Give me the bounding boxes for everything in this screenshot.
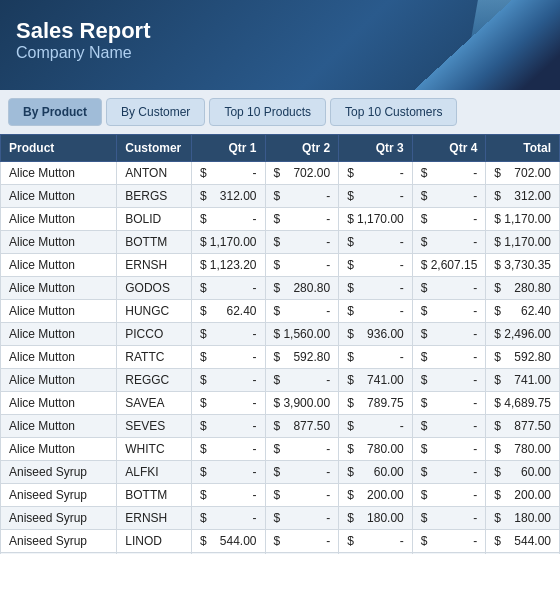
cell-money: $ -	[265, 530, 339, 553]
cell-customer: ERNSH	[117, 254, 192, 277]
cell-product: Alice Mutton	[1, 323, 117, 346]
cell-money: $280.80	[486, 277, 560, 300]
cell-product: Alice Mutton	[1, 438, 117, 461]
cell-money: $ -	[339, 300, 413, 323]
cell-customer: PICCO	[117, 323, 192, 346]
table-row: Alice MuttonSEVES$ -$877.50$ -$ -$877.50	[1, 415, 560, 438]
table-row: Alice MuttonREGGC$ -$ -$741.00$ -$741.00	[1, 369, 560, 392]
cell-money: $741.00	[339, 369, 413, 392]
cell-money: $877.50	[265, 415, 339, 438]
cell-customer: ALFKI	[117, 461, 192, 484]
table-row: Aniseed SyrupBOTTM$ -$ -$200.00$ -$200.0…	[1, 484, 560, 507]
cell-product: Alice Mutton	[1, 254, 117, 277]
cell-money: $ -	[265, 300, 339, 323]
cell-product: Alice Mutton	[1, 300, 117, 323]
table-row: Aniseed SyrupLINOD$544.00$ -$ -$ -$544.0…	[1, 530, 560, 553]
col-header-customer: Customer	[117, 135, 192, 162]
cell-money: $ -	[265, 507, 339, 530]
col-header-qtr1: Qtr 1	[191, 135, 265, 162]
cell-money: $ -	[339, 553, 413, 555]
cell-money: $1,560.00	[265, 323, 339, 346]
cell-money: $ -	[339, 254, 413, 277]
cell-money: $600.00	[265, 553, 339, 555]
cell-money: $ -	[191, 323, 265, 346]
cell-money: $592.80	[486, 346, 560, 369]
cell-money: $ -	[412, 438, 486, 461]
table-row: Alice MuttonSAVEA$ -$3,900.00$789.75$ -$…	[1, 392, 560, 415]
cell-money: $544.00	[191, 530, 265, 553]
cell-customer: QUICK	[117, 553, 192, 555]
table-row: Alice MuttonERNSH$1,123.20$ -$ -$2,607.1…	[1, 254, 560, 277]
tab-top10-customers[interactable]: Top 10 Customers	[330, 98, 457, 126]
table-row: Aniseed SyrupQUICK$ -$600.00$ -$ -$600.0…	[1, 553, 560, 555]
cell-customer: GODOS	[117, 277, 192, 300]
table-row: Alice MuttonANTON$ -$702.00$ -$ -$702.00	[1, 162, 560, 185]
cell-money: $1,170.00	[191, 231, 265, 254]
cell-money: $ -	[412, 185, 486, 208]
cell-money: $60.00	[339, 461, 413, 484]
cell-money: $200.00	[486, 484, 560, 507]
cell-money: $ -	[412, 484, 486, 507]
cell-money: $ -	[191, 461, 265, 484]
col-header-qtr4: Qtr 4	[412, 135, 486, 162]
cell-money: $ -	[191, 208, 265, 231]
cell-money: $ -	[412, 277, 486, 300]
cell-customer: SEVES	[117, 415, 192, 438]
cell-product: Alice Mutton	[1, 231, 117, 254]
col-header-total: Total	[486, 135, 560, 162]
sales-table: Product Customer Qtr 1 Qtr 2 Qtr 3 Qtr 4…	[0, 134, 560, 554]
cell-money: $702.00	[265, 162, 339, 185]
tab-by-product[interactable]: By Product	[8, 98, 102, 126]
tabs-bar: By Product By Customer Top 10 Products T…	[0, 90, 560, 134]
cell-money: $780.00	[486, 438, 560, 461]
cell-product: Aniseed Syrup	[1, 553, 117, 555]
cell-product: Alice Mutton	[1, 415, 117, 438]
cell-money: $ -	[339, 162, 413, 185]
cell-money: $ -	[265, 438, 339, 461]
cell-product: Aniseed Syrup	[1, 530, 117, 553]
cell-money: $1,123.20	[191, 254, 265, 277]
table-row: Alice MuttonGODOS$ -$280.80$ -$ -$280.80	[1, 277, 560, 300]
cell-money: $600.00	[486, 553, 560, 555]
cell-product: Aniseed Syrup	[1, 461, 117, 484]
table-row: Alice MuttonBOLID$ -$ -$1,170.00$ -$1,17…	[1, 208, 560, 231]
cell-customer: RATTC	[117, 346, 192, 369]
cell-money: $3,730.35	[486, 254, 560, 277]
cell-money: $ -	[339, 231, 413, 254]
tab-by-customer[interactable]: By Customer	[106, 98, 205, 126]
cell-product: Alice Mutton	[1, 208, 117, 231]
cell-money: $ -	[339, 530, 413, 553]
cell-money: $1,170.00	[339, 208, 413, 231]
cell-customer: BOLID	[117, 208, 192, 231]
cell-money: $2,607.15	[412, 254, 486, 277]
cell-customer: ANTON	[117, 162, 192, 185]
cell-customer: ERNSH	[117, 507, 192, 530]
cell-money: $62.40	[486, 300, 560, 323]
cell-customer: SAVEA	[117, 392, 192, 415]
cell-money: $592.80	[265, 346, 339, 369]
cell-money: $ -	[412, 231, 486, 254]
cell-product: Alice Mutton	[1, 392, 117, 415]
cell-money: $60.00	[486, 461, 560, 484]
table-row: Alice MuttonRATTC$ -$592.80$ -$ -$592.80	[1, 346, 560, 369]
cell-product: Alice Mutton	[1, 162, 117, 185]
cell-money: $ -	[339, 277, 413, 300]
cell-money: $544.00	[486, 530, 560, 553]
cell-product: Aniseed Syrup	[1, 507, 117, 530]
cell-money: $ -	[265, 208, 339, 231]
cell-money: $ -	[412, 300, 486, 323]
cell-money: $4,689.75	[486, 392, 560, 415]
cell-product: Alice Mutton	[1, 185, 117, 208]
header: Sales Report Company Name	[0, 0, 560, 90]
cell-money: $ -	[412, 323, 486, 346]
table-row: Aniseed SyrupERNSH$ -$ -$180.00$ -$180.0…	[1, 507, 560, 530]
cell-money: $741.00	[486, 369, 560, 392]
col-header-product: Product	[1, 135, 117, 162]
cell-money: $1,170.00	[486, 231, 560, 254]
tab-top10-products[interactable]: Top 10 Products	[209, 98, 326, 126]
cell-money: $ -	[265, 254, 339, 277]
cell-customer: HUNGC	[117, 300, 192, 323]
table-row: Alice MuttonBERGS$312.00$ -$ -$ -$312.00	[1, 185, 560, 208]
cell-product: Alice Mutton	[1, 277, 117, 300]
cell-money: $ -	[191, 553, 265, 555]
